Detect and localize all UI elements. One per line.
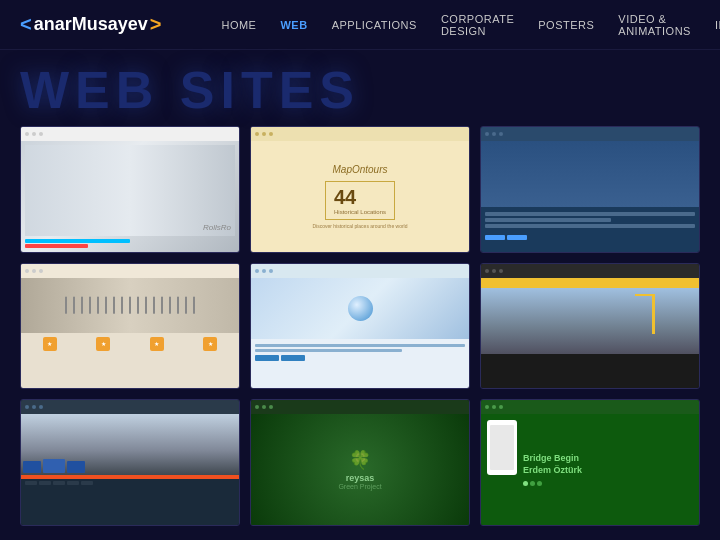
nav-corporate-design[interactable]: CORPORATE DESIGN — [441, 13, 514, 37]
nav-video-animations[interactable]: VIDEO & ANIMATIONS — [618, 13, 691, 37]
portfolio-item-3[interactable] — [480, 126, 700, 253]
portfolio-item-4[interactable] — [20, 263, 240, 390]
main-nav: HOME WEB APPLICATIONS CORPORATE DESIGN P… — [221, 13, 720, 37]
nav-illustrations[interactable]: ILLUSTRATIONS — [715, 19, 720, 31]
portfolio-item-7[interactable] — [20, 399, 240, 526]
logo-chevron-right: > — [150, 13, 162, 36]
page-title-section: WEB SITES — [0, 50, 720, 126]
portfolio-item-1[interactable] — [20, 126, 240, 253]
portfolio-item-2[interactable]: MapOntours 44 Historical Locations Disco… — [250, 126, 470, 253]
page-title: WEB SITES — [20, 64, 700, 116]
portfolio-item-9[interactable]: Bridge BeginErdem Öztürk — [480, 399, 700, 526]
portfolio-item-6[interactable] — [480, 263, 700, 390]
nav-applications[interactable]: APPLICATIONS — [332, 19, 417, 31]
portfolio-item-5[interactable] — [250, 263, 470, 390]
nav-home[interactable]: HOME — [221, 19, 256, 31]
logo[interactable]: < anarMusayev > — [20, 13, 161, 36]
portfolio-item-8[interactable]: 🍀 reysas Green Project — [250, 399, 470, 526]
portfolio-grid: MapOntours 44 Historical Locations Disco… — [0, 126, 720, 536]
nav-web[interactable]: WEB — [280, 19, 307, 31]
logo-text: anarMusayev — [34, 14, 148, 35]
header: < anarMusayev > HOME WEB APPLICATIONS CO… — [0, 0, 720, 50]
logo-chevron-left: < — [20, 13, 32, 36]
nav-posters[interactable]: POSTERS — [538, 19, 594, 31]
